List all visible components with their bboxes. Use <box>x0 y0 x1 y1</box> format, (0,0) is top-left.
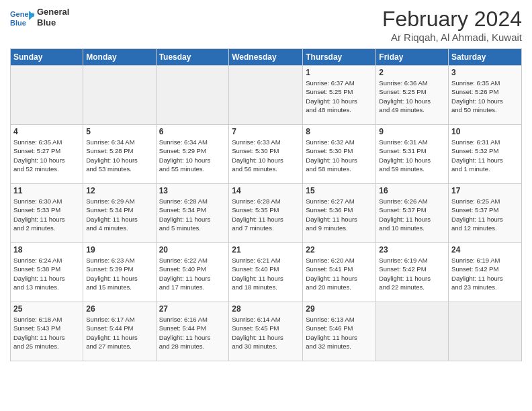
day-cell <box>376 302 449 361</box>
day-info: Sunrise: 6:17 AM Sunset: 5:44 PM Dayligh… <box>86 315 152 351</box>
day-number: 3 <box>451 68 519 77</box>
day-cell: 20Sunrise: 6:22 AM Sunset: 5:40 PM Dayli… <box>156 243 229 302</box>
day-info: Sunrise: 6:21 AM Sunset: 5:40 PM Dayligh… <box>232 256 300 291</box>
calendar-table: SundayMondayTuesdayWednesdayThursdayFrid… <box>10 48 522 361</box>
day-cell: 2Sunrise: 6:36 AM Sunset: 5:25 PM Daylig… <box>376 66 449 125</box>
day-number: 4 <box>13 127 80 136</box>
day-number: 15 <box>306 186 373 195</box>
day-number: 27 <box>159 304 226 314</box>
day-number: 23 <box>379 245 445 255</box>
day-number: 14 <box>232 186 300 195</box>
day-cell: 27Sunrise: 6:16 AM Sunset: 5:44 PM Dayli… <box>156 302 229 361</box>
week-row-0: 1Sunrise: 6:37 AM Sunset: 5:25 PM Daylig… <box>11 66 522 125</box>
day-number: 12 <box>86 186 152 195</box>
day-info: Sunrise: 6:24 AM Sunset: 5:38 PM Dayligh… <box>13 256 80 291</box>
day-info: Sunrise: 6:34 AM Sunset: 5:29 PM Dayligh… <box>159 138 226 173</box>
day-number: 17 <box>451 186 519 195</box>
day-number: 25 <box>13 304 80 314</box>
day-info: Sunrise: 6:18 AM Sunset: 5:43 PM Dayligh… <box>13 315 80 351</box>
day-info: Sunrise: 6:14 AM Sunset: 5:45 PM Dayligh… <box>232 315 300 351</box>
day-number: 28 <box>232 304 300 314</box>
day-info: Sunrise: 6:29 AM Sunset: 5:34 PM Dayligh… <box>86 197 152 232</box>
day-info: Sunrise: 6:36 AM Sunset: 5:25 PM Dayligh… <box>379 79 445 114</box>
day-cell: 12Sunrise: 6:29 AM Sunset: 5:34 PM Dayli… <box>83 184 156 243</box>
day-info: Sunrise: 6:20 AM Sunset: 5:41 PM Dayligh… <box>306 256 373 291</box>
day-info: Sunrise: 6:28 AM Sunset: 5:35 PM Dayligh… <box>232 197 300 232</box>
day-info: Sunrise: 6:31 AM Sunset: 5:32 PM Dayligh… <box>451 138 519 173</box>
day-cell: 7Sunrise: 6:33 AM Sunset: 5:30 PM Daylig… <box>229 125 303 184</box>
logo: General Blue General Blue <box>10 7 69 28</box>
day-info: Sunrise: 6:25 AM Sunset: 5:37 PM Dayligh… <box>451 197 519 232</box>
day-cell <box>11 66 83 125</box>
day-info: Sunrise: 6:35 AM Sunset: 5:27 PM Dayligh… <box>13 138 80 173</box>
day-cell: 5Sunrise: 6:34 AM Sunset: 5:28 PM Daylig… <box>83 125 156 184</box>
week-row-4: 25Sunrise: 6:18 AM Sunset: 5:43 PM Dayli… <box>11 302 522 361</box>
header-cell-sunday: Sunday <box>11 49 83 66</box>
month-title: February 2024 <box>382 7 522 32</box>
header-row: SundayMondayTuesdayWednesdayThursdayFrid… <box>11 49 522 66</box>
header-cell-thursday: Thursday <box>303 49 376 66</box>
day-cell: 22Sunrise: 6:20 AM Sunset: 5:41 PM Dayli… <box>303 243 376 302</box>
day-cell: 3Sunrise: 6:35 AM Sunset: 5:26 PM Daylig… <box>449 66 522 125</box>
day-info: Sunrise: 6:23 AM Sunset: 5:39 PM Dayligh… <box>86 256 152 291</box>
day-info: Sunrise: 6:26 AM Sunset: 5:37 PM Dayligh… <box>379 197 445 232</box>
day-cell: 1Sunrise: 6:37 AM Sunset: 5:25 PM Daylig… <box>303 66 376 125</box>
day-info: Sunrise: 6:19 AM Sunset: 5:42 PM Dayligh… <box>379 256 445 291</box>
day-cell: 19Sunrise: 6:23 AM Sunset: 5:39 PM Dayli… <box>83 243 156 302</box>
calendar-body: 1Sunrise: 6:37 AM Sunset: 5:25 PM Daylig… <box>11 66 522 361</box>
header-cell-monday: Monday <box>83 49 156 66</box>
calendar-header: SundayMondayTuesdayWednesdayThursdayFrid… <box>11 49 522 66</box>
day-number: 7 <box>232 127 300 136</box>
day-cell: 4Sunrise: 6:35 AM Sunset: 5:27 PM Daylig… <box>11 125 83 184</box>
svg-text:Blue: Blue <box>10 19 26 27</box>
header-cell-tuesday: Tuesday <box>156 49 229 66</box>
day-number: 2 <box>379 68 445 77</box>
day-info: Sunrise: 6:27 AM Sunset: 5:36 PM Dayligh… <box>306 197 373 232</box>
day-cell: 11Sunrise: 6:30 AM Sunset: 5:33 PM Dayli… <box>11 184 83 243</box>
day-number: 22 <box>306 245 373 255</box>
day-cell: 26Sunrise: 6:17 AM Sunset: 5:44 PM Dayli… <box>83 302 156 361</box>
logo-text-general: General <box>37 7 69 17</box>
logo-icon: General Blue <box>10 7 34 28</box>
week-row-2: 11Sunrise: 6:30 AM Sunset: 5:33 PM Dayli… <box>11 184 522 243</box>
day-number: 1 <box>306 68 373 77</box>
day-cell <box>83 66 156 125</box>
day-cell: 17Sunrise: 6:25 AM Sunset: 5:37 PM Dayli… <box>449 184 522 243</box>
logo-text-blue: Blue <box>37 17 69 28</box>
day-cell: 15Sunrise: 6:27 AM Sunset: 5:36 PM Dayli… <box>303 184 376 243</box>
header-cell-friday: Friday <box>376 49 449 66</box>
day-info: Sunrise: 6:30 AM Sunset: 5:33 PM Dayligh… <box>13 197 80 232</box>
day-info: Sunrise: 6:33 AM Sunset: 5:30 PM Dayligh… <box>232 138 300 173</box>
day-number: 21 <box>232 245 300 255</box>
week-row-1: 4Sunrise: 6:35 AM Sunset: 5:27 PM Daylig… <box>11 125 522 184</box>
day-number: 10 <box>451 127 519 136</box>
day-info: Sunrise: 6:16 AM Sunset: 5:44 PM Dayligh… <box>159 315 226 351</box>
day-cell: 25Sunrise: 6:18 AM Sunset: 5:43 PM Dayli… <box>11 302 83 361</box>
day-number: 8 <box>306 127 373 136</box>
day-cell <box>449 302 522 361</box>
day-info: Sunrise: 6:28 AM Sunset: 5:34 PM Dayligh… <box>159 197 226 232</box>
day-number: 29 <box>306 304 373 314</box>
day-info: Sunrise: 6:19 AM Sunset: 5:42 PM Dayligh… <box>451 256 519 291</box>
day-cell: 29Sunrise: 6:13 AM Sunset: 5:46 PM Dayli… <box>303 302 376 361</box>
title-block: February 2024 Ar Riqqah, Al Ahmadi, Kuwa… <box>382 7 522 43</box>
header-cell-wednesday: Wednesday <box>229 49 303 66</box>
day-cell: 23Sunrise: 6:19 AM Sunset: 5:42 PM Dayli… <box>376 243 449 302</box>
day-number: 19 <box>86 245 152 255</box>
day-number: 6 <box>159 127 226 136</box>
day-info: Sunrise: 6:22 AM Sunset: 5:40 PM Dayligh… <box>159 256 226 291</box>
week-row-3: 18Sunrise: 6:24 AM Sunset: 5:38 PM Dayli… <box>11 243 522 302</box>
header-cell-saturday: Saturday <box>449 49 522 66</box>
day-cell: 28Sunrise: 6:14 AM Sunset: 5:45 PM Dayli… <box>229 302 303 361</box>
day-number: 26 <box>86 304 152 314</box>
day-cell: 13Sunrise: 6:28 AM Sunset: 5:34 PM Dayli… <box>156 184 229 243</box>
day-info: Sunrise: 6:37 AM Sunset: 5:25 PM Dayligh… <box>306 79 373 114</box>
day-cell: 14Sunrise: 6:28 AM Sunset: 5:35 PM Dayli… <box>229 184 303 243</box>
day-cell: 6Sunrise: 6:34 AM Sunset: 5:29 PM Daylig… <box>156 125 229 184</box>
day-cell: 18Sunrise: 6:24 AM Sunset: 5:38 PM Dayli… <box>11 243 83 302</box>
day-info: Sunrise: 6:13 AM Sunset: 5:46 PM Dayligh… <box>306 315 373 351</box>
day-number: 5 <box>86 127 152 136</box>
header: General Blue General Blue February 2024 … <box>10 7 522 43</box>
day-cell: 24Sunrise: 6:19 AM Sunset: 5:42 PM Dayli… <box>449 243 522 302</box>
day-cell: 8Sunrise: 6:32 AM Sunset: 5:30 PM Daylig… <box>303 125 376 184</box>
